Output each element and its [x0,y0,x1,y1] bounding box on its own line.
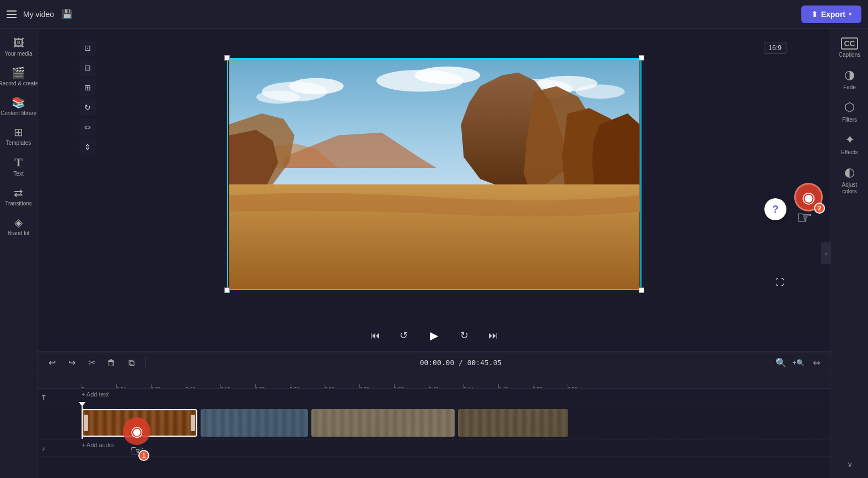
export-button[interactable]: ⬆ Export ▾ [801,6,861,23]
right-panel-fade[interactable]: ◑ Fade [832,63,867,95]
timeline-toolbar: ↩ ↪ ✂ 🗑 ⧉ 00:00.00 / 00:45.05 🔍 +🔍 ⇔ [37,352,831,373]
video-tools: ⊡ ⊟ ⊞ ↻ ⇔ ⇕ [79,40,96,155]
audio-track-label: ♪ [37,445,82,452]
fade-icon: ◑ [844,68,855,82]
sidebar-item-transitions[interactable]: ⇄ Transitions [1,183,36,211]
filters-label: Filters [842,117,857,123]
duplicate-button[interactable]: ⧉ [123,355,139,371]
collapse-panel-button[interactable]: ‹ [821,242,831,264]
audio-track-icon: ♪ [42,445,45,452]
sidebar-item-text[interactable]: T Text [1,152,36,182]
sidebar-item-label: Templates [6,140,31,146]
video-frame[interactable] [227,58,641,290]
ruler-mark-9: 0:36 [394,384,395,388]
clip-handle-right-1[interactable] [191,415,195,431]
ruler-mark-12: 0:48 [498,384,499,388]
text-track-row: T + Add text [37,389,831,406]
svg-point-5 [414,67,480,84]
cursor1-circle: ◉ [123,417,150,445]
top-bar: My video 💾 ⬆ Export ▾ [0,0,868,29]
right-panel-filters[interactable]: ⬡ Filters [832,96,867,127]
your-media-icon: 🖼 [13,37,24,48]
svg-point-2 [289,78,343,95]
ruler-mark-10: 0:40 [429,384,429,388]
zoom-in-button[interactable]: +🔍 [791,355,806,371]
rotate-tool-button[interactable]: ↻ [79,99,96,116]
timeline-time-display: 00:00.00 / 00:45.05 [420,358,502,367]
filters-icon: ⬡ [844,100,855,115]
ruler-mark-5: 0:20 [255,384,256,388]
skip-forward-button[interactable]: ⏭ [484,327,502,344]
timeline-tracks-container: 0 0:04 0:08 [37,373,831,478]
flip-h-tool-button[interactable]: ⇔ [79,119,96,135]
audio-track-row: ♪ + Add audio [37,439,831,457]
video-track-row: ◉ ☞ 1 [37,406,831,439]
add-text-button[interactable]: + Add text [82,391,109,398]
handle-top-right[interactable] [639,55,644,61]
timeline-ruler: 0 0:04 0:08 [37,373,831,389]
sidebar-item-label: Your media [4,51,32,57]
right-panel-captions[interactable]: CC Captions [832,33,867,62]
crop-tool-button[interactable]: ⊡ [79,40,96,56]
video-title: My video [23,10,54,19]
captions-label: Captions [839,52,860,58]
flip-v-tool-button[interactable]: ⇕ [79,139,96,155]
right-panel-effects[interactable]: ✦ Effects [832,128,867,160]
clip-handle-left-1[interactable] [84,415,88,431]
forward-button[interactable]: ↻ [456,327,473,344]
cursor-annotation-2: ◉ 2 ☞ [794,183,823,228]
video-clip-4[interactable] [458,409,568,437]
add-audio-button[interactable]: + Add audio [82,442,114,448]
content-library-icon: 📚 [12,97,25,108]
split-tool-button[interactable]: ⊞ [79,79,96,96]
play-button[interactable]: ▶ [424,325,445,346]
handle-bottom-left[interactable] [224,287,230,293]
video-clip-3[interactable] [311,409,455,437]
sidebar-item-your-media[interactable]: 🖼 Your media [1,33,36,62]
cursor1-badge: 1 [138,450,149,461]
help-button[interactable]: ? [764,198,786,220]
zoom-out-button[interactable]: 🔍 [773,355,789,371]
replay-button[interactable]: ↺ [395,327,413,344]
sidebar-item-templates[interactable]: ⊞ Templates [1,122,36,151]
main-area: 🖼 Your media 🎬 Record & create 📚 Content… [0,29,868,478]
cursor2-badge: 2 [814,203,825,214]
video-frame-wrapper [227,58,641,290]
sidebar-item-brand-kit[interactable]: ◈ Brand kit [1,213,36,241]
sidebar-item-label: Transitions [5,200,32,207]
toolbar-divider [145,357,146,368]
ruler-mark-6: 0:24 [290,384,290,388]
sidebar-item-content-library[interactable]: 📚 Content library [1,93,36,121]
delete-button[interactable]: 🗑 [104,355,119,371]
brand-icon: ◈ [14,217,23,228]
trim-tool-button[interactable]: ⊟ [79,59,96,76]
export-chevron-icon: ▾ [849,11,851,17]
sidebar-item-label: Content library [1,110,36,117]
timeline-area: ↩ ↪ ✂ 🗑 ⧉ 00:00.00 / 00:45.05 🔍 +🔍 ⇔ [37,351,831,478]
record-icon: 🎬 [12,67,25,78]
templates-icon: ⊞ [14,127,23,138]
cut-button[interactable]: ✂ [84,355,99,371]
right-sidebar: ‹ CC Captions ◑ Fade ⬡ Filters ✦ Effects… [831,29,868,478]
redo-button[interactable]: ↪ [64,355,79,371]
fit-timeline-button[interactable]: ⇔ [808,355,824,371]
playback-controls: ⏮ ↺ ▶ ↻ ⏭ [37,319,831,351]
fade-label: Fade [843,84,856,90]
right-panel-adjust-colors[interactable]: ◐ Adjust colors [832,161,867,199]
video-clip-2[interactable] [201,409,308,437]
fullscreen-button[interactable]: ⛶ [775,278,784,287]
menu-button[interactable] [7,10,17,18]
ruler-mark-14: 0:56 [568,384,568,388]
ruler-mark-4: 0:16 [220,384,221,388]
handle-top-left[interactable] [224,55,230,61]
undo-button[interactable]: ↩ [44,355,60,371]
svg-point-3 [256,90,300,104]
sidebar-item-record-create[interactable]: 🎬 Record & create [1,63,36,91]
transitions-icon: ⇄ [14,187,23,198]
cursor-annotation-1: ◉ ☞ 1 [123,417,150,460]
save-icon[interactable]: 💾 [61,8,74,21]
handle-bottom-right[interactable] [639,287,644,293]
captions-icon: CC [841,37,858,50]
skip-back-button[interactable]: ⏮ [366,327,384,344]
right-sidebar-bottom-chevron: ∨ [847,459,853,474]
